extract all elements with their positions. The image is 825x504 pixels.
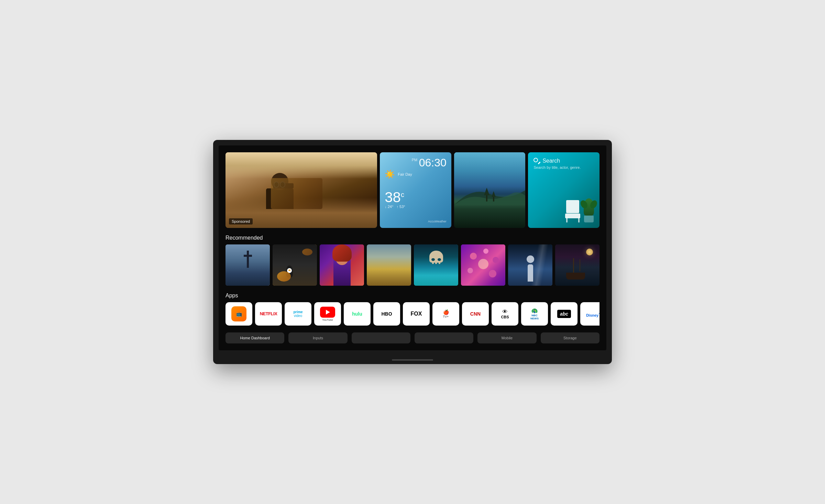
nav-home-label: Home Dashboard xyxy=(240,336,270,340)
app-item-nbc[interactable]: 🦚 NBCNEWS xyxy=(521,302,548,326)
nav-mobile-label: Mobile xyxy=(502,336,513,340)
rec-item-7[interactable] xyxy=(508,244,552,286)
time-display: PM 06:30 xyxy=(385,157,447,168)
nav-inputs-label: Inputs xyxy=(313,336,323,340)
hero-main[interactable]: Sponsored xyxy=(226,152,377,228)
ch-icon: 📺 xyxy=(231,306,246,321)
recommended-section: Recommended xyxy=(226,235,600,286)
rec-item-8[interactable] xyxy=(555,244,600,286)
weather-range: ↓ 24° ↑ 53° xyxy=(385,205,447,209)
app-item-hulu[interactable]: hulu xyxy=(344,302,371,326)
sun-icon: ☀️ xyxy=(385,169,395,179)
nav-item-tab4[interactable] xyxy=(415,332,473,343)
apps-section: Apps 📺 NETFLIX prime video xyxy=(226,293,600,326)
hbo-logo: HBO xyxy=(381,311,392,317)
nav-item-tab3[interactable] xyxy=(352,332,410,343)
rec-item-6[interactable] xyxy=(461,244,505,286)
rec-item-5[interactable] xyxy=(414,244,458,286)
app-item-disney[interactable]: Disney+ xyxy=(580,302,600,326)
nav-storage-label: Storage xyxy=(563,336,577,340)
app-item-abc[interactable]: abc xyxy=(551,302,578,326)
weather-condition: Fair Day xyxy=(398,172,412,176)
svg-rect-2 xyxy=(493,196,494,201)
hulu-logo: hulu xyxy=(352,311,362,317)
accu-weather-badge: AccuWeather xyxy=(385,220,447,223)
app-item-cbs[interactable]: 👁 CBS xyxy=(492,302,518,326)
youtube-label: YouTube xyxy=(322,318,333,321)
svg-marker-3 xyxy=(492,191,496,197)
app-item-cnn[interactable]: CNN xyxy=(462,302,489,326)
recommended-title: Recommended xyxy=(226,235,600,241)
search-title: Search xyxy=(542,158,560,164)
fox-logo: FOX xyxy=(411,310,422,317)
recommended-grid xyxy=(226,244,600,286)
nav-item-mobile[interactable]: Mobile xyxy=(477,332,536,343)
prime-logo: prime video xyxy=(293,310,302,318)
rec-item-2[interactable] xyxy=(273,244,317,286)
app-item-prime[interactable]: prime video xyxy=(285,302,311,326)
app-item-netflix[interactable]: NETFLIX xyxy=(255,302,282,326)
apps-title: Apps xyxy=(226,293,600,299)
search-widget[interactable]: Search Search by title, actor, genre. xyxy=(528,152,600,228)
tv-screen: Sponsored PM 06:30 ☀️ Fair Day xyxy=(219,145,606,350)
app-item-ch[interactable]: 📺 xyxy=(226,302,252,326)
svg-rect-0 xyxy=(486,195,487,201)
weather-widget[interactable]: PM 06:30 ☀️ Fair Day 38c ↓ 24° ↑ 53° xyxy=(380,152,451,228)
svg-marker-1 xyxy=(484,188,490,195)
app-item-youtube[interactable]: YouTube xyxy=(314,302,341,326)
app-item-fox[interactable]: FOX xyxy=(403,302,430,326)
app-item-appletv[interactable]: 🍎 TV+ xyxy=(432,302,459,326)
cnn-logo: CNN xyxy=(470,311,481,317)
disney-logo: Disney+ xyxy=(586,311,600,317)
bottom-nav: Home Dashboard Inputs Mobile Storage xyxy=(226,332,600,343)
cbs-logo: 👁 CBS xyxy=(501,309,509,319)
netflix-logo: NETFLIX xyxy=(260,311,277,317)
appletv-logo: 🍎 TV+ xyxy=(443,309,449,318)
landscape-widget[interactable]: AccuWeather xyxy=(454,152,526,228)
app-item-hbo[interactable]: HBO xyxy=(373,302,400,326)
nav-item-storage[interactable]: Storage xyxy=(541,332,600,343)
search-subtitle: Search by title, actor, genre. xyxy=(534,165,594,169)
weather-temperature: 38c xyxy=(385,190,447,205)
nbc-logo: 🦚 NBCNEWS xyxy=(530,308,539,320)
search-header: Search xyxy=(534,158,594,164)
youtube-logo xyxy=(320,307,335,318)
tv-frame: Sponsored PM 06:30 ☀️ Fair Day xyxy=(213,140,612,364)
rec-item-1[interactable] xyxy=(226,244,270,286)
rec-item-3[interactable] xyxy=(320,244,364,286)
apps-grid: 📺 NETFLIX prime video xyxy=(226,302,600,326)
nav-item-home[interactable]: Home Dashboard xyxy=(226,332,284,343)
hero-section: Sponsored PM 06:30 ☀️ Fair Day xyxy=(226,152,600,228)
abc-logo: abc xyxy=(557,310,571,318)
nav-item-inputs[interactable]: Inputs xyxy=(288,332,347,343)
rec-item-4[interactable] xyxy=(367,244,411,286)
sponsored-badge: Sponsored xyxy=(229,218,253,224)
